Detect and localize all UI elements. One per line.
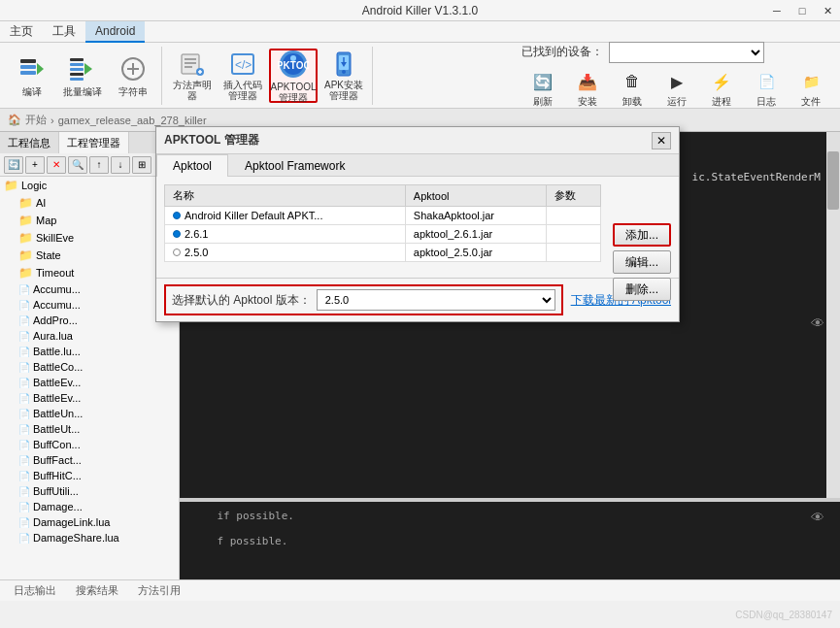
list-item[interactable]: 📄 AddPro... xyxy=(0,313,179,328)
svg-marker-9 xyxy=(84,63,92,75)
tree-item-map[interactable]: 📁 Map xyxy=(0,212,179,229)
tree-item-timeout[interactable]: 📁 Timeout xyxy=(0,264,179,281)
dialog-close-button[interactable]: ✕ xyxy=(652,132,671,149)
panel-search-btn[interactable]: 🔍 xyxy=(68,156,87,174)
refresh-button[interactable]: 🔄 刷新 xyxy=(521,67,564,110)
svg-rect-2 xyxy=(20,71,36,75)
refresh-icon: 🔄 xyxy=(527,70,558,94)
home-icon: 🏠 xyxy=(8,114,21,126)
list-item[interactable]: 📄 BuffFact... xyxy=(0,452,179,468)
edit-button[interactable]: 编辑... xyxy=(613,250,671,274)
table-row[interactable]: Android Killer Default APKT... ShakaApkt… xyxy=(165,207,601,225)
row-apktool: apktool_2.6.1.jar xyxy=(405,225,546,244)
method-ref-tab[interactable]: 方法引用 xyxy=(132,580,186,602)
method-voice-button[interactable]: 方法声明器 xyxy=(168,49,217,103)
list-item[interactable]: 📄 BattleEv... xyxy=(0,390,179,406)
process-button[interactable]: ⚡ 进程 xyxy=(700,67,743,110)
apktool-dialog: APKTOOL 管理器 ✕ Apktool Apktool Framework … xyxy=(155,126,680,322)
panel-down-btn[interactable]: ↓ xyxy=(111,156,130,174)
panel-up-btn[interactable]: ↑ xyxy=(89,156,109,174)
list-item[interactable]: 📄 DamageLink.lua xyxy=(0,514,179,530)
dialog-title-bar: APKTOOL 管理器 ✕ xyxy=(156,127,679,154)
table-row[interactable]: 2.6.1 apktool_2.6.1.jar xyxy=(165,225,601,244)
list-item[interactable]: 📄 Accumu... xyxy=(0,281,179,297)
method-icon xyxy=(177,50,208,78)
project-info-tab[interactable]: 工程信息 xyxy=(0,132,59,153)
right-scrollbar[interactable] xyxy=(826,132,840,498)
tree-label: AI xyxy=(36,197,46,209)
folder-icon: 📁 xyxy=(18,231,33,245)
tree-item-ai[interactable]: 📁 AI xyxy=(0,194,179,212)
list-item[interactable]: 📄 BuffHitC... xyxy=(0,468,179,483)
insert-label: 插入代码管理器 xyxy=(221,80,264,101)
panel-refresh-btn[interactable]: 🔄 xyxy=(4,156,23,174)
project-manager-tab[interactable]: 工程管理器 xyxy=(59,132,129,153)
device-select[interactable] xyxy=(609,42,764,63)
file-icon: 📄 xyxy=(18,533,30,544)
log-button[interactable]: 📄 日志 xyxy=(745,67,788,110)
tree-item-skilleve[interactable]: 📁 SkillEve xyxy=(0,229,179,247)
tree-label: SkillEve xyxy=(36,232,74,244)
delete-button[interactable]: 删除... xyxy=(613,278,671,301)
tree-label: Timeout xyxy=(36,267,74,279)
list-item[interactable]: 📄 BattleUt... xyxy=(0,421,179,437)
footer-selector-box: 选择默认的 Apktool 版本： 2.5.0 2.6.1 Android Ki… xyxy=(164,284,563,315)
menu-item-tools[interactable]: 工具 xyxy=(43,21,85,43)
device-label: 已找到的设备： xyxy=(521,44,603,60)
dialog-action-buttons: 添加... 编辑... 删除... xyxy=(613,223,671,301)
compile-button[interactable]: 编译 xyxy=(8,49,56,103)
project-manager-label: 工程管理器 xyxy=(67,136,120,150)
list-item[interactable]: 📄 Aura.lua xyxy=(0,328,179,344)
row-name: 2.6.1 xyxy=(165,225,406,244)
tree-item-state[interactable]: 📁 State xyxy=(0,247,179,264)
log-output-tab[interactable]: 日志输出 xyxy=(8,580,62,602)
menu-item-home[interactable]: 主页 xyxy=(0,21,43,43)
apktool-tab[interactable]: Apktool xyxy=(156,154,228,177)
scroll-thumb[interactable] xyxy=(827,151,839,210)
run-button[interactable]: ▶ 运行 xyxy=(655,67,698,110)
panel-expand-btn[interactable]: ⊞ xyxy=(132,156,151,174)
list-item[interactable]: 📄 Damage... xyxy=(0,499,179,514)
list-item[interactable]: 📄 DamageShare.lua xyxy=(0,530,179,545)
maximize-button[interactable]: □ xyxy=(790,0,815,21)
apktool-framework-tab[interactable]: Apktool Framework xyxy=(228,154,361,177)
minimize-button[interactable]: ─ xyxy=(764,0,790,21)
eye-icon[interactable]: 👁 xyxy=(811,315,824,331)
search-results-tab[interactable]: 搜索结果 xyxy=(70,580,124,602)
table-row[interactable]: 2.5.0 apktool_2.5.0.jar xyxy=(165,244,601,262)
insert-code-button[interactable]: </> 插入代码管理器 xyxy=(218,49,267,103)
apktool-version-select[interactable]: 2.5.0 2.6.1 Android Killer Default APKT.… xyxy=(317,289,555,311)
apktool-table: 名称 Apktool 参数 Android Killer Default APK… xyxy=(164,184,601,262)
menu-item-android[interactable]: Android xyxy=(85,21,145,43)
uninstall-button[interactable]: 🗑 卸载 xyxy=(611,67,654,110)
batch-compile-button[interactable]: 批量编译 xyxy=(58,49,107,103)
apktool-button[interactable]: APKTOOL APKTOOL管理器 xyxy=(269,49,318,103)
toolbar-view-group: 方法声明器 </> 插入代码管理器 APKTOOL APKTOOL管理器 xyxy=(164,47,373,105)
log-icon: 📄 xyxy=(751,70,782,94)
eye-icon-bottom[interactable]: 👁 xyxy=(811,510,824,525)
add-button[interactable]: 添加... xyxy=(613,223,671,247)
svg-rect-4 xyxy=(70,58,84,61)
folder-icon: 📁 xyxy=(4,179,18,192)
list-item[interactable]: 📄 Accumu... xyxy=(0,297,179,313)
tree-label: AddPro... xyxy=(33,314,78,326)
list-item[interactable]: 📄 Battle.lu... xyxy=(0,344,179,359)
install-button[interactable]: 📥 安装 xyxy=(566,67,609,110)
toolbar: 编译 批量编译 xyxy=(0,43,840,109)
row-params xyxy=(546,244,600,262)
list-item[interactable]: 📄 BattleUn... xyxy=(0,406,179,421)
tree-item-logic[interactable]: 📁 Logic xyxy=(0,177,179,194)
list-item[interactable]: 📄 BuffCon... xyxy=(0,437,179,452)
watermark: CSDN@qq_28380147 xyxy=(735,610,832,620)
folder-icon: 📁 xyxy=(18,248,33,262)
apk-install-button[interactable]: APK安装管理器 xyxy=(319,49,368,103)
panel-delete-btn[interactable]: ✕ xyxy=(47,156,66,174)
list-item[interactable]: 📄 BuffUtili... xyxy=(0,483,179,499)
panel-add-btn[interactable]: + xyxy=(25,156,45,174)
list-item[interactable]: 📄 BattleCo... xyxy=(0,359,179,375)
list-item[interactable]: 📄 BattleEv... xyxy=(0,375,179,390)
close-button[interactable]: ✕ xyxy=(815,0,840,21)
svg-marker-3 xyxy=(37,63,44,75)
string-button[interactable]: 字符串 xyxy=(109,49,157,103)
file-button[interactable]: 📁 文件 xyxy=(790,67,832,110)
